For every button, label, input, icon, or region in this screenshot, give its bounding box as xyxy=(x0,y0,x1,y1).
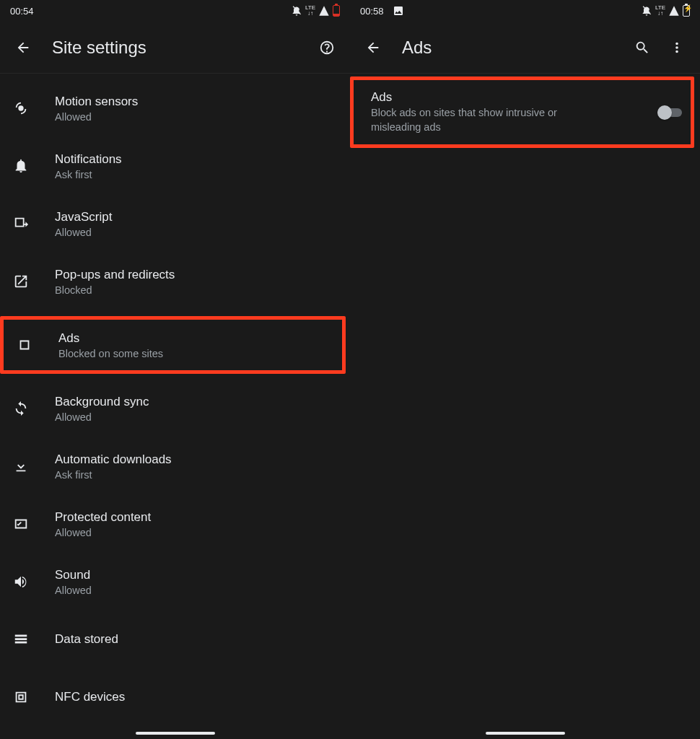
lte-icon: LTE↓↑ xyxy=(305,5,315,17)
status-bar-left: 00:54 LTE↓↑ xyxy=(0,0,350,22)
status-time: 00:54 xyxy=(10,6,34,17)
ads-icon xyxy=(17,337,48,353)
settings-row-motion[interactable]: Motion sensorsAllowed xyxy=(0,79,350,137)
help-button[interactable] xyxy=(310,30,344,65)
page-title: Site settings xyxy=(52,38,310,58)
row-title: Automatic downloads xyxy=(55,452,340,468)
row-title: Notifications xyxy=(55,152,340,167)
nav-pill[interactable] xyxy=(136,732,215,735)
back-button[interactable] xyxy=(6,30,40,65)
battery-charging-icon xyxy=(683,5,690,17)
lte-icon: LTE↓↑ xyxy=(655,5,665,17)
row-title: Motion sensors xyxy=(55,94,340,110)
muted-bell-icon xyxy=(641,5,652,17)
popup-icon xyxy=(13,274,45,289)
ads-toggle-row[interactable]: Ads Block ads on sites that show intrusi… xyxy=(350,76,694,148)
settings-row-ads[interactable]: AdsBlocked on some sites xyxy=(0,316,346,374)
row-subtitle: Ask first xyxy=(55,169,340,180)
row-subtitle: Allowed xyxy=(55,527,340,538)
row-subtitle: Blocked on some sites xyxy=(58,348,332,359)
js-icon xyxy=(13,216,45,232)
row-title: NFC devices xyxy=(55,689,340,705)
row-subtitle: Ask first xyxy=(55,469,340,481)
row-title: JavaScript xyxy=(55,209,340,225)
left-pane: 00:54 LTE↓↑ Site settings Motion sensors… xyxy=(0,0,350,739)
row-title: Data stored xyxy=(55,631,340,647)
ads-row-subtitle: Block ads on sites that show intrusive o… xyxy=(371,106,587,134)
row-subtitle: Allowed xyxy=(55,227,340,238)
motion-icon xyxy=(13,100,45,116)
nfc-icon xyxy=(13,689,45,705)
settings-row-nfc[interactable]: NFC devices xyxy=(0,668,350,726)
status-bar-right: 00:58 LTE↓↑ xyxy=(350,0,700,22)
settings-row-js[interactable]: JavaScriptAllowed xyxy=(0,195,350,253)
back-button[interactable] xyxy=(356,30,390,65)
settings-row-download[interactable]: Automatic downloadsAsk first xyxy=(0,437,350,495)
app-bar-left: Site settings xyxy=(0,22,350,74)
battery-low-icon xyxy=(333,5,340,17)
settings-row-bell[interactable]: NotificationsAsk first xyxy=(0,137,350,195)
search-button[interactable] xyxy=(625,30,660,65)
sound-icon xyxy=(13,574,45,590)
row-subtitle: Blocked xyxy=(55,284,340,296)
data-icon xyxy=(13,631,45,647)
signal-icon xyxy=(318,5,330,17)
signal-icon xyxy=(668,5,680,17)
settings-row-sound[interactable]: SoundAllowed xyxy=(0,553,350,611)
settings-row-protected[interactable]: Protected contentAllowed xyxy=(0,495,350,553)
app-bar-right: Ads xyxy=(350,22,700,74)
download-icon xyxy=(13,458,45,474)
status-time: 00:58 xyxy=(360,6,384,17)
settings-row-data[interactable]: Data stored xyxy=(0,611,350,668)
ads-row-title: Ads xyxy=(371,90,657,105)
right-pane: 00:58 LTE↓↑ Ads Ads Block ads on sites t… xyxy=(350,0,700,739)
row-title: Background sync xyxy=(55,394,340,410)
row-subtitle: Allowed xyxy=(55,585,340,596)
row-title: Ads xyxy=(58,331,332,346)
row-title: Pop-ups and redirects xyxy=(55,267,340,283)
row-title: Protected content xyxy=(55,510,340,525)
ads-toggle-switch[interactable] xyxy=(657,105,683,120)
settings-list: Motion sensorsAllowedNotificationsAsk fi… xyxy=(0,74,350,726)
muted-bell-icon xyxy=(291,5,302,17)
row-subtitle: Allowed xyxy=(55,411,340,423)
image-icon xyxy=(393,5,404,17)
row-subtitle: Allowed xyxy=(55,111,340,123)
protected-icon xyxy=(13,516,45,532)
page-title: Ads xyxy=(402,38,625,58)
sync-icon xyxy=(13,401,45,416)
nav-pill[interactable] xyxy=(486,732,565,735)
settings-row-sync[interactable]: Background syncAllowed xyxy=(0,380,350,437)
more-button[interactable] xyxy=(660,30,694,65)
row-title: Sound xyxy=(55,567,340,583)
bell-icon xyxy=(13,158,45,174)
settings-row-popup[interactable]: Pop-ups and redirectsBlocked xyxy=(0,253,350,310)
